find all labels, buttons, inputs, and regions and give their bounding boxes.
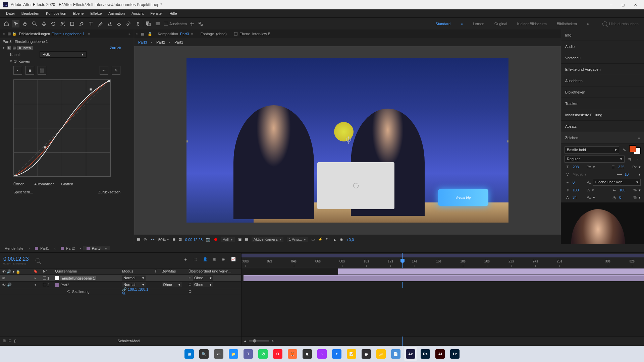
align-panel[interactable]: Ausrichten: [561, 75, 644, 86]
taskbar-teams[interactable]: T: [241, 347, 255, 361]
eyedropper-icon[interactable]: ✎: [621, 147, 627, 153]
workspace-overflow[interactable]: »: [587, 22, 589, 26]
taskbar-opera[interactable]: O: [271, 347, 284, 361]
comp-lock-icon[interactable]: 🔒: [148, 32, 152, 36]
close-button[interactable]: ✕: [629, 0, 641, 9]
workspace-original[interactable]: Original: [494, 22, 507, 26]
scale-property-row[interactable]: ⏱ Skalierung 🔗 108,1 ,108,1 % ⊙: [0, 288, 241, 295]
layer-mode-1[interactable]: Normal▾: [122, 276, 146, 281]
resolution-select[interactable]: Voll▾: [221, 237, 235, 242]
effect-name[interactable]: Kurven: [17, 46, 33, 50]
content-fill-panel[interactable]: Inhaltsbasierte Füllung: [561, 109, 644, 121]
pencil-tool[interactable]: ✎: [112, 66, 120, 75]
fill-swatch[interactable]: [145, 20, 152, 27]
taskbar-ai[interactable]: Ai: [433, 347, 447, 361]
baseline-value[interactable]: 34: [573, 195, 585, 199]
comp-flowchart-icon[interactable]: ◈: [184, 257, 191, 264]
fast-draft-icon[interactable]: ⚡: [318, 237, 323, 242]
taskbar-facebook[interactable]: f: [330, 347, 343, 361]
curve-smooth-button[interactable]: Glätten: [61, 182, 73, 186]
libraries-panel[interactable]: Bibliotheken: [561, 86, 644, 98]
layer-bar-1[interactable]: [338, 268, 644, 275]
menu-komposition[interactable]: Komposition: [43, 11, 70, 15]
tab-close[interactable]: ×: [1, 32, 6, 36]
stroke-width[interactable]: [154, 20, 161, 27]
rect-tool[interactable]: [68, 20, 76, 27]
taskbar-search[interactable]: 🔍: [197, 347, 211, 361]
tl-tab-close1[interactable]: ×: [28, 246, 30, 250]
always-preview-icon[interactable]: ▦: [137, 237, 140, 242]
pen-tool[interactable]: [78, 20, 85, 27]
timeline-search[interactable]: [36, 258, 40, 263]
layer-trackmatte-2[interactable]: Ohne▾: [162, 282, 182, 287]
pickwhip-icon[interactable]: ⊙: [189, 276, 192, 280]
taskbar-files[interactable]: 📂: [374, 347, 388, 361]
tsume-value[interactable]: 0: [619, 195, 631, 199]
stroke-width-value[interactable]: 0: [573, 180, 585, 184]
effects-panel[interactable]: Effekte und Vorgaben: [561, 64, 644, 75]
taskbar-notes[interactable]: 📝: [345, 347, 358, 361]
menu-effekte[interactable]: Effekte: [87, 11, 105, 15]
workspace-bibliotheken[interactable]: Bibliotheken: [557, 22, 577, 26]
tracking-value[interactable]: 10: [625, 172, 637, 176]
layer-handle-right[interactable]: [507, 140, 508, 142]
graph-editor-icon[interactable]: 📈: [231, 257, 238, 264]
timeline-timecode[interactable]: 0:00:12:23: [3, 256, 29, 262]
workspace-standard[interactable]: Standard: [436, 22, 451, 26]
leading-value[interactable]: 325: [618, 165, 630, 169]
zoom-tool[interactable]: [31, 20, 38, 27]
home-tool[interactable]: [3, 20, 10, 27]
layer-bar-2[interactable]: [244, 275, 644, 281]
vscale-value[interactable]: 100: [573, 188, 585, 192]
panel-chevron[interactable]: »: [126, 32, 132, 36]
puppet-tool[interactable]: [134, 20, 142, 27]
panel-menu-icon[interactable]: ▦: [6, 32, 12, 36]
brackets-icon[interactable]: {}: [14, 339, 16, 343]
resolution-icon[interactable]: ⊞: [172, 237, 175, 242]
work-area-bar[interactable]: [241, 254, 644, 257]
curves-graph[interactable]: [13, 79, 111, 177]
snap-options[interactable]: [188, 20, 196, 27]
taskbar-ps[interactable]: Ps: [419, 347, 432, 361]
layer-expand-caret[interactable]: ▾: [35, 283, 37, 287]
channel-icon[interactable]: ⬣: [214, 237, 217, 242]
workspace-kleiner[interactable]: Kleiner Bildschirm: [517, 22, 547, 26]
tl-tab-part2[interactable]: Part2: [57, 246, 78, 250]
curves-caret[interactable]: ▾: [10, 59, 12, 63]
curve-auto-button[interactable]: Automatisch: [34, 182, 55, 186]
orbit-tool[interactable]: [40, 20, 48, 27]
minimize-button[interactable]: ─: [605, 0, 617, 9]
comp-viewer[interactable]: dream big: [134, 46, 561, 235]
tracker-panel[interactable]: Tracker: [561, 98, 644, 109]
layer-mode-2[interactable]: Normal▾: [122, 282, 146, 287]
snap-options2[interactable]: [197, 20, 204, 27]
taskbar-lr[interactable]: Lr: [448, 347, 462, 361]
fill-over-stroke-select[interactable]: Fläche über Kon...▾: [593, 179, 641, 186]
views-select[interactable]: 1 Ansi...▾: [287, 237, 308, 242]
lock-icon[interactable]: 🔒: [12, 32, 17, 36]
character-menu-icon[interactable]: ≡: [638, 136, 640, 140]
swap-colors-icon[interactable]: ⇆: [627, 156, 633, 162]
paragraph-panel[interactable]: Absatz: [561, 121, 644, 132]
font-style-select[interactable]: Regular▾: [565, 156, 625, 163]
pixel-aspect-icon[interactable]: ▭: [311, 237, 315, 242]
help-search[interactable]: Hilfe durchsuchen: [602, 21, 639, 26]
rotate-tool[interactable]: [50, 20, 57, 27]
menu-ebene[interactable]: Ebene: [69, 11, 87, 15]
curve-open-button[interactable]: Öffnen...: [13, 182, 28, 186]
taskbar-whatsapp[interactable]: ✆: [256, 347, 270, 361]
layer-parent-2[interactable]: Ohne▾: [193, 282, 213, 287]
bezier-tool[interactable]: 〰: [100, 66, 108, 75]
comp-canvas[interactable]: dream big: [186, 58, 508, 223]
layer-handle-left[interactable]: [186, 140, 188, 142]
taskbar-windows[interactable]: ⊞: [182, 347, 196, 361]
zoom-out-icon[interactable]: ▴: [244, 339, 246, 343]
roto-tool[interactable]: [125, 20, 132, 27]
layer-eye-icon[interactable]: 👁: [2, 283, 6, 287]
taskbar-taskview[interactable]: ▭: [212, 347, 225, 361]
text-tool[interactable]: [87, 20, 95, 27]
switch-mode-label[interactable]: Schalter/Modi: [118, 339, 140, 343]
stopwatch-icon[interactable]: ⏱: [13, 59, 17, 63]
curve-size-small[interactable]: ▪: [13, 66, 22, 75]
motion-blur-icon[interactable]: ◉: [222, 257, 228, 264]
